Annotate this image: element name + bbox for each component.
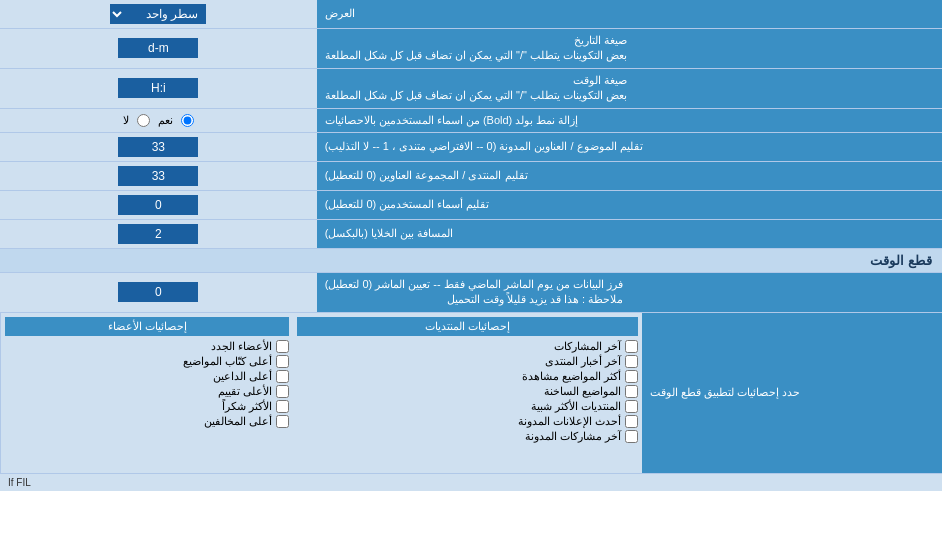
cell-spacing-row: المسافة بين الخلايا (بالبكسل) bbox=[0, 220, 942, 249]
forum-align-label: تقليم المنتدى / المجموعة العناوين (0 للت… bbox=[317, 162, 942, 190]
checkbox-item: أعلى الداعين bbox=[5, 369, 289, 384]
checkbox-item: الأكثر شكراً bbox=[5, 399, 289, 414]
cb-col2-0-label: الأعضاء الجدد bbox=[211, 340, 272, 353]
checkbox-col2: إحصائيات الأعضاء الأعضاء الجدد أعلى كتّا… bbox=[0, 313, 293, 473]
cb-col1-4-label: المنتديات الأكثر شبية bbox=[531, 400, 621, 413]
cb-col2-0[interactable] bbox=[276, 340, 289, 353]
limit-label-cell: حدد إحصائيات لتطبيق قطع الوقت bbox=[642, 313, 942, 473]
forum-align-input-cell bbox=[0, 162, 317, 190]
cb-col2-4-label: الأكثر شكراً bbox=[222, 400, 272, 413]
topic-align-label: تقليم الموضوع / العناوين المدونة (0 -- ا… bbox=[317, 133, 942, 161]
cb-col1-4[interactable] bbox=[625, 400, 638, 413]
cb-col1-6[interactable] bbox=[625, 430, 638, 443]
bold-remove-input-cell: نعم لا bbox=[0, 109, 317, 132]
cb-col1-6-label: آخر مشاركات المدونة bbox=[525, 430, 621, 443]
usernames-align-label: تقليم أسماء المستخدمين (0 للتعطيل) bbox=[317, 191, 942, 219]
checkbox-item: الأعضاء الجدد bbox=[5, 339, 289, 354]
cb-col2-1[interactable] bbox=[276, 355, 289, 368]
checkbox-section: حدد إحصائيات لتطبيق قطع الوقت إحصائيات ا… bbox=[0, 313, 942, 473]
cb-col2-2[interactable] bbox=[276, 370, 289, 383]
checkbox-item: المواضيع الساخنة bbox=[297, 384, 638, 399]
time-format-input[interactable] bbox=[118, 78, 198, 98]
footer-text: If FIL bbox=[0, 473, 942, 491]
checkbox-item: أعلى المخالفين bbox=[5, 414, 289, 429]
cell-spacing-label: المسافة بين الخلايا (بالبكسل) bbox=[317, 220, 942, 248]
bold-no-label: لا bbox=[123, 114, 129, 127]
cb-col1-2-label: أكثر المواضيع مشاهدة bbox=[522, 370, 621, 383]
cut-section-header: قطع الوقت bbox=[0, 249, 942, 273]
checkbox-col1: إحصائيات المنتديات آخر المشاركات آخر أخب… bbox=[293, 313, 642, 473]
col1-title: إحصائيات المنتديات bbox=[297, 317, 638, 336]
checkbox-item: الأعلى تقييم bbox=[5, 384, 289, 399]
cb-col1-0[interactable] bbox=[625, 340, 638, 353]
topic-align-input-cell bbox=[0, 133, 317, 161]
cb-col2-4[interactable] bbox=[276, 400, 289, 413]
date-format-row: صيغة التاريخ بعض التكوينات يتطلب "/" الت… bbox=[0, 29, 942, 69]
cb-col1-1[interactable] bbox=[625, 355, 638, 368]
col2-title: إحصائيات الأعضاء bbox=[5, 317, 289, 336]
cell-spacing-input[interactable] bbox=[118, 224, 198, 244]
time-format-row: صيغة الوقت بعض التكوينات يتطلب "/" التي … bbox=[0, 69, 942, 109]
cb-col2-1-label: أعلى كتّاب المواضيع bbox=[183, 355, 272, 368]
display-mode-row: العرض سطر واحدمتعدد الأسطر bbox=[0, 0, 942, 29]
date-format-input-cell bbox=[0, 29, 317, 68]
cb-col1-5[interactable] bbox=[625, 415, 638, 428]
bold-radio-group: نعم لا bbox=[123, 114, 194, 127]
display-mode-select[interactable]: سطر واحدمتعدد الأسطر bbox=[110, 4, 206, 24]
cut-time-row: فرز البيانات من يوم الماشر الماضي فقط --… bbox=[0, 273, 942, 313]
cut-time-input-cell bbox=[0, 273, 317, 312]
cb-col1-5-label: أحدث الإعلانات المدونة bbox=[518, 415, 621, 428]
cb-col1-3-label: المواضيع الساخنة bbox=[544, 385, 621, 398]
checkbox-item: آخر أخبار المنتدى bbox=[297, 354, 638, 369]
cb-col1-3[interactable] bbox=[625, 385, 638, 398]
cut-time-input[interactable] bbox=[118, 282, 198, 302]
checkbox-item: أكثر المواضيع مشاهدة bbox=[297, 369, 638, 384]
cb-col2-5-label: أعلى المخالفين bbox=[204, 415, 272, 428]
limit-label-text: حدد إحصائيات لتطبيق قطع الوقت bbox=[650, 386, 800, 399]
date-format-input[interactable] bbox=[118, 38, 198, 58]
forum-align-row: تقليم المنتدى / المجموعة العناوين (0 للت… bbox=[0, 162, 942, 191]
time-format-input-cell bbox=[0, 69, 317, 108]
cb-col2-5[interactable] bbox=[276, 415, 289, 428]
usernames-align-input-cell bbox=[0, 191, 317, 219]
bold-yes-label: نعم bbox=[158, 114, 173, 127]
cut-time-label: فرز البيانات من يوم الماشر الماضي فقط --… bbox=[317, 273, 942, 312]
checkbox-item: آخر مشاركات المدونة bbox=[297, 429, 638, 444]
cb-col2-3-label: الأعلى تقييم bbox=[218, 385, 272, 398]
usernames-align-input[interactable] bbox=[118, 195, 198, 215]
checkbox-item: أحدث الإعلانات المدونة bbox=[297, 414, 638, 429]
date-format-label: صيغة التاريخ بعض التكوينات يتطلب "/" الت… bbox=[317, 29, 942, 68]
checkbox-item: المنتديات الأكثر شبية bbox=[297, 399, 638, 414]
display-mode-label: العرض bbox=[317, 0, 942, 28]
usernames-align-row: تقليم أسماء المستخدمين (0 للتعطيل) bbox=[0, 191, 942, 220]
bold-remove-row: إزالة نمط بولد (Bold) من اسماء المستخدمي… bbox=[0, 109, 942, 133]
bold-no-radio[interactable] bbox=[137, 114, 150, 127]
display-mode-input-cell: سطر واحدمتعدد الأسطر bbox=[0, 0, 317, 28]
time-format-label: صيغة الوقت بعض التكوينات يتطلب "/" التي … bbox=[317, 69, 942, 108]
cell-spacing-input-cell bbox=[0, 220, 317, 248]
topic-align-row: تقليم الموضوع / العناوين المدونة (0 -- ا… bbox=[0, 133, 942, 162]
cb-col1-0-label: آخر المشاركات bbox=[554, 340, 621, 353]
cb-col2-3[interactable] bbox=[276, 385, 289, 398]
cb-col2-2-label: أعلى الداعين bbox=[213, 370, 272, 383]
bold-yes-radio[interactable] bbox=[181, 114, 194, 127]
checkbox-item: آخر المشاركات bbox=[297, 339, 638, 354]
bold-remove-label: إزالة نمط بولد (Bold) من اسماء المستخدمي… bbox=[317, 109, 942, 132]
cb-col1-1-label: آخر أخبار المنتدى bbox=[545, 355, 621, 368]
cb-col1-2[interactable] bbox=[625, 370, 638, 383]
checkbox-item: أعلى كتّاب المواضيع bbox=[5, 354, 289, 369]
forum-align-input[interactable] bbox=[118, 166, 198, 186]
topic-align-input[interactable] bbox=[118, 137, 198, 157]
